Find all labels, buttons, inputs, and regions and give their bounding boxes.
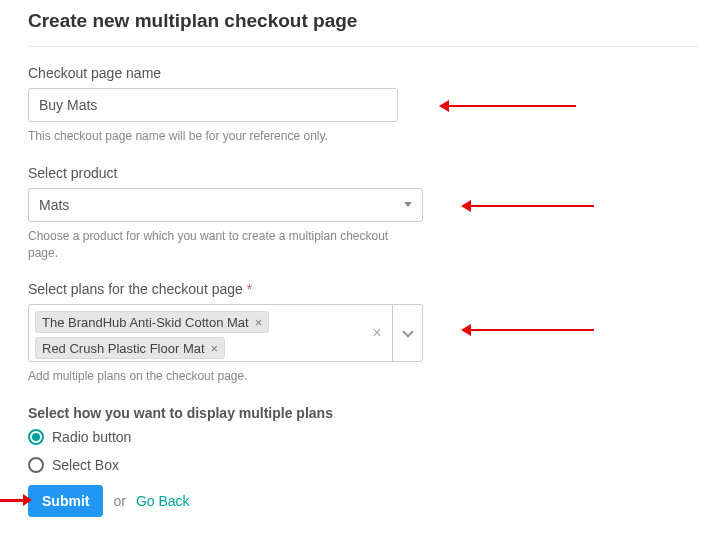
clear-all-icon[interactable]: ×: [362, 305, 392, 361]
plan-tag: Red Crush Plastic Floor Mat ×: [35, 337, 225, 359]
label-plans: Select plans for the checkout page *: [28, 281, 698, 297]
field-plans: Select plans for the checkout page * The…: [28, 281, 698, 385]
radio-label: Radio button: [52, 429, 131, 445]
radio-label: Select Box: [52, 457, 119, 473]
annotation-arrow: [448, 105, 576, 107]
help-plans: Add multiple plans on the checkout page.: [28, 368, 698, 385]
actions-row: Submit or Go Back: [28, 485, 698, 517]
remove-tag-icon[interactable]: ×: [255, 316, 263, 329]
plan-tag: The BrandHub Anti-Skid Cotton Mat ×: [35, 311, 269, 333]
radio-icon: [28, 457, 44, 473]
remove-tag-icon[interactable]: ×: [211, 342, 219, 355]
field-checkout-name: Checkout page name This checkout page na…: [28, 65, 698, 145]
divider: [28, 46, 698, 47]
plan-tag-label: Red Crush Plastic Floor Mat: [42, 341, 205, 356]
plan-tag-label: The BrandHub Anti-Skid Cotton Mat: [42, 315, 249, 330]
help-product: Choose a product for which you want to c…: [28, 228, 408, 262]
select-product-value: Mats: [39, 197, 69, 213]
multiselect-toggle[interactable]: [392, 305, 422, 361]
required-mark: *: [247, 281, 252, 297]
annotation-arrow: [470, 205, 594, 207]
label-display: Select how you want to display multiple …: [28, 405, 698, 421]
chevron-down-icon: [402, 326, 413, 337]
or-text: or: [113, 493, 125, 509]
field-product: Select product Mats Choose a product for…: [28, 165, 698, 262]
annotation-arrow: [470, 329, 594, 331]
page-title: Create new multiplan checkout page: [28, 10, 698, 32]
annotation-arrow: [0, 499, 24, 502]
radio-option-select-box[interactable]: Select Box: [28, 457, 698, 473]
multiselect-tags: The BrandHub Anti-Skid Cotton Mat × Red …: [29, 305, 362, 361]
field-display: Select how you want to display multiple …: [28, 405, 698, 473]
submit-button[interactable]: Submit: [28, 485, 103, 517]
help-checkout-name: This checkout page name will be for your…: [28, 128, 698, 145]
multiselect-plans[interactable]: The BrandHub Anti-Skid Cotton Mat × Red …: [28, 304, 423, 362]
label-product: Select product: [28, 165, 698, 181]
select-product[interactable]: Mats: [28, 188, 423, 222]
label-checkout-name: Checkout page name: [28, 65, 698, 81]
radio-option-radio-button[interactable]: Radio button: [28, 429, 698, 445]
input-checkout-name[interactable]: [28, 88, 398, 122]
caret-down-icon: [404, 202, 412, 207]
go-back-link[interactable]: Go Back: [136, 493, 190, 509]
radio-icon: [28, 429, 44, 445]
label-plans-text: Select plans for the checkout page: [28, 281, 243, 297]
